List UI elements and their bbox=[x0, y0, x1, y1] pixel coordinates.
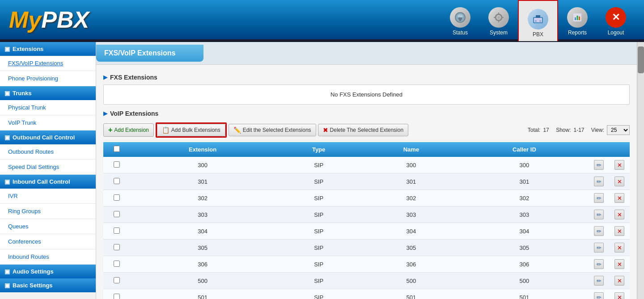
cell-type-3: SIP bbox=[275, 206, 362, 223]
add-extension-button[interactable]: + Add Extension bbox=[103, 123, 154, 137]
cell-name-5: 305 bbox=[362, 240, 460, 256]
status-icon bbox=[450, 7, 470, 28]
delete-row-btn-1[interactable]: ✕ bbox=[614, 177, 624, 186]
sidebar-section-audio[interactable]: ▣ Audio Settings bbox=[0, 265, 96, 278]
voip-arrow-icon: ▶ bbox=[103, 110, 107, 117]
sidebar-section-extensions[interactable]: ▣ Extensions bbox=[0, 42, 96, 56]
sidebar-section-trunks[interactable]: ▣ Trunks bbox=[0, 86, 96, 100]
nav-reports-label: Reports bbox=[568, 29, 587, 36]
svg-rect-12 bbox=[536, 15, 540, 18]
table-row: 305 SIP 305 305 ✏ ✕ bbox=[103, 240, 630, 256]
edit-row-btn-0[interactable]: ✏ bbox=[594, 160, 604, 170]
add-bulk-label: Add Bulk Extensions bbox=[171, 127, 220, 133]
cell-type-1: SIP bbox=[275, 173, 362, 190]
delete-row-btn-0[interactable]: ✕ bbox=[614, 160, 624, 170]
delete-row-btn-3[interactable]: ✕ bbox=[614, 210, 624, 219]
sidebar-item-voip-trunk[interactable]: VoIP Trunk bbox=[0, 115, 96, 131]
add-bulk-button[interactable]: 📋 Add Bulk Extensions bbox=[157, 124, 225, 136]
sidebar-item-inbound-routes[interactable]: Inbound Routes bbox=[0, 249, 96, 265]
cell-name-2: 302 bbox=[362, 190, 460, 206]
nav-status[interactable]: Status bbox=[441, 0, 479, 39]
nav-logout[interactable]: ✕ Logout bbox=[597, 0, 635, 39]
pagination-info: Total: 17 Show: 1-17 View: 25 50 100 bbox=[528, 125, 630, 135]
delete-row-btn-2[interactable]: ✕ bbox=[614, 193, 624, 203]
edit-row-btn-4[interactable]: ✏ bbox=[594, 226, 604, 236]
sidebar-section-outbound[interactable]: ▣ Outbound Call Control bbox=[0, 131, 96, 144]
fxs-voip-label: FXS/VoIP Extensions bbox=[8, 60, 63, 67]
cell-ext-0: 300 bbox=[130, 157, 275, 173]
sidebar-item-conferences[interactable]: Conferences bbox=[0, 234, 96, 249]
edit-row-btn-8[interactable]: ✏ bbox=[594, 292, 604, 299]
svg-rect-17 bbox=[577, 16, 578, 20]
delete-row-btn-6[interactable]: ✕ bbox=[614, 259, 624, 269]
cell-callerid-0: 300 bbox=[460, 157, 589, 173]
delete-row-btn-8[interactable]: ✕ bbox=[614, 292, 624, 299]
row-checkbox-2[interactable] bbox=[114, 194, 120, 201]
conferences-label: Conferences bbox=[8, 238, 41, 245]
row-checkbox-0[interactable] bbox=[114, 161, 120, 168]
sidebar-item-ring-groups[interactable]: Ring Groups bbox=[0, 204, 96, 219]
content-header-bar: FXS/VoIP Extensions bbox=[96, 42, 637, 65]
edit-row-btn-3[interactable]: ✏ bbox=[594, 210, 604, 219]
edit-selected-button[interactable]: ✏️ Edit the Selected Extensions bbox=[229, 124, 316, 136]
cell-ext-7: 500 bbox=[130, 273, 275, 289]
cell-type-4: SIP bbox=[275, 223, 362, 240]
cell-callerid-6: 306 bbox=[460, 256, 589, 273]
sidebar-section-inbound[interactable]: ▣ Inbound Call Control bbox=[0, 175, 96, 189]
sidebar-item-phone-provisioning[interactable]: Phone Provisioning bbox=[0, 71, 96, 86]
col-type: Type bbox=[275, 142, 362, 157]
basic-arrow: ▣ bbox=[4, 282, 10, 289]
cell-name-0: 300 bbox=[362, 157, 460, 173]
scrollbar[interactable] bbox=[637, 42, 644, 299]
row-checkbox-8[interactable] bbox=[114, 294, 120, 299]
col-delete-action bbox=[609, 142, 630, 157]
delete-selected-button[interactable]: ✖ Delete The Selected Extension bbox=[318, 124, 409, 136]
edit-row-btn-1[interactable]: ✏ bbox=[594, 177, 604, 186]
nav-status-label: Status bbox=[453, 29, 468, 36]
row-checkbox-5[interactable] bbox=[114, 244, 120, 250]
sidebar-item-queues[interactable]: Queues bbox=[0, 219, 96, 234]
inbound-routes-label: Inbound Routes bbox=[8, 253, 49, 260]
delete-row-btn-7[interactable]: ✕ bbox=[614, 276, 624, 286]
edit-row-btn-2[interactable]: ✏ bbox=[594, 193, 604, 203]
delete-row-btn-4[interactable]: ✕ bbox=[614, 226, 624, 236]
cell-name-7: 500 bbox=[362, 273, 460, 289]
row-checkbox-4[interactable] bbox=[114, 227, 120, 234]
edit-row-btn-5[interactable]: ✏ bbox=[594, 243, 604, 253]
sidebar-item-physical-trunk[interactable]: Physical Trunk bbox=[0, 100, 96, 115]
row-checkbox-1[interactable] bbox=[114, 178, 120, 184]
sidebar-item-speed-dial[interactable]: Speed Dial Settings bbox=[0, 160, 96, 175]
fxs-arrow-icon: ▶ bbox=[103, 74, 107, 80]
delete-icon: ✖ bbox=[323, 126, 328, 134]
edit-icon: ✏️ bbox=[233, 126, 241, 134]
phone-provisioning-label: Phone Provisioning bbox=[8, 75, 58, 82]
main-nav: Status System PBX Reports ✕ bbox=[441, 0, 635, 39]
header: MyPBX Status System PBX bbox=[0, 0, 644, 39]
cell-name-8: 501 bbox=[362, 289, 460, 299]
sidebar-item-outbound-routes[interactable]: Outbound Routes bbox=[0, 144, 96, 160]
sidebar-item-ivr[interactable]: IVR bbox=[0, 189, 96, 204]
view-select[interactable]: 25 50 100 bbox=[607, 125, 630, 135]
trunks-label: Trunks bbox=[13, 90, 32, 97]
row-checkbox-3[interactable] bbox=[114, 211, 120, 217]
nav-pbx-label: PBX bbox=[533, 31, 543, 38]
table-row: 303 SIP 303 303 ✏ ✕ bbox=[103, 206, 630, 223]
sidebar-item-fxs-voip[interactable]: FXS/VoIP Extensions bbox=[0, 56, 96, 71]
nav-reports[interactable]: Reports bbox=[558, 0, 597, 39]
row-checkbox-6[interactable] bbox=[114, 261, 120, 267]
reports-icon bbox=[567, 7, 588, 28]
add-icon: + bbox=[108, 126, 112, 134]
svg-rect-8 bbox=[494, 17, 496, 18]
select-all-checkbox[interactable] bbox=[114, 146, 120, 152]
sidebar-section-basic[interactable]: ▣ Basic Settings bbox=[0, 278, 96, 292]
nav-pbx[interactable]: PBX bbox=[518, 0, 558, 41]
row-checkbox-7[interactable] bbox=[114, 277, 120, 283]
delete-row-btn-5[interactable]: ✕ bbox=[614, 243, 624, 253]
cell-callerid-4: 304 bbox=[460, 223, 589, 240]
edit-row-btn-6[interactable]: ✏ bbox=[594, 259, 604, 269]
cell-type-5: SIP bbox=[275, 240, 362, 256]
nav-system[interactable]: System bbox=[479, 0, 518, 39]
svg-rect-18 bbox=[579, 17, 580, 20]
cell-ext-5: 305 bbox=[130, 240, 275, 256]
edit-row-btn-7[interactable]: ✏ bbox=[594, 276, 604, 286]
